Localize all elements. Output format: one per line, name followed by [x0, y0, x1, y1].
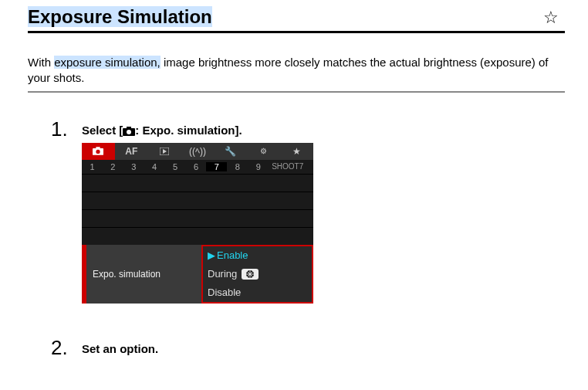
option-disable: Disable: [203, 283, 312, 302]
empty-row: [82, 209, 313, 227]
num-8: 8: [227, 162, 248, 171]
document-page: Exposure Simulation ☆ With exposure simu…: [0, 0, 588, 355]
tab-custom: ⚙: [247, 143, 280, 160]
svg-point-2: [127, 130, 131, 134]
menu-page-numbers: 1 2 3 4 5 6 7 8 9 SHOOT7: [82, 160, 313, 174]
favorite-star-icon: ☆: [543, 8, 559, 28]
tab-af: AF: [115, 143, 148, 160]
step-2: Set an option.: [82, 342, 565, 355]
intro-paragraph: With exposure simulation, image brightne…: [28, 55, 565, 86]
page-label: SHOOT7: [269, 162, 313, 171]
wrench-icon: 🔧: [225, 146, 236, 157]
step-1-title: Select [: Expo. simulation].: [82, 124, 565, 137]
page-header: Exposure Simulation ☆: [28, 6, 565, 33]
intro-divider: [28, 91, 565, 93]
tab-mymenu: ★: [280, 143, 313, 160]
intro-highlight: exposure simulation,: [54, 56, 161, 69]
camera-menu-screenshot: AF ((ﾍ)) 🔧 ⚙ ★ 1 2 3 4 5 6 7 8 9: [82, 143, 313, 304]
page-title: Exposure Simulation: [28, 6, 212, 28]
num-4: 4: [144, 162, 165, 171]
options-popup: ▶Enable During Disable: [201, 245, 313, 304]
tab-wireless: ((ﾍ)): [181, 143, 215, 160]
num-5: 5: [165, 162, 186, 171]
svg-rect-1: [127, 127, 131, 129]
step-1: Select [: Expo. simulation]. AF ((ﾍ)) 🔧 …: [82, 124, 565, 304]
svg-marker-7: [163, 149, 167, 154]
dof-preview-icon: [242, 269, 259, 280]
tab-af-label: AF: [125, 146, 137, 157]
menu-tabs: AF ((ﾍ)) 🔧 ⚙ ★: [82, 143, 313, 160]
option-enable: ▶Enable: [203, 246, 312, 265]
tab-setup: 🔧: [214, 143, 247, 160]
num-7: 7: [206, 162, 227, 171]
intro-pre: With: [28, 56, 54, 69]
tab-shoot: [82, 143, 115, 160]
empty-row: [82, 192, 313, 209]
num-1: 1: [82, 162, 103, 171]
steps-list: Select [: Expo. simulation]. AF ((ﾍ)) 🔧 …: [82, 124, 565, 355]
star-icon: ★: [292, 146, 301, 157]
custom-icon: ⚙: [260, 147, 267, 155]
svg-rect-4: [96, 147, 100, 149]
num-3: 3: [123, 162, 144, 171]
selection-triangle-icon: ▶: [208, 249, 215, 261]
step-2-title: Set an option.: [82, 342, 565, 355]
empty-row: [82, 174, 313, 192]
row-label: Expo. simulation: [86, 245, 201, 304]
num-2: 2: [103, 162, 123, 171]
step1-pre: Select [: [82, 124, 123, 137]
wifi-icon: ((ﾍ)): [189, 146, 206, 157]
option-during-label: During: [208, 268, 237, 280]
title-highlight: Exposure Simulation: [28, 6, 212, 27]
option-enable-label: Enable: [217, 249, 248, 261]
play-icon: [160, 148, 169, 155]
camera-icon: [123, 127, 135, 136]
svg-point-5: [96, 150, 100, 154]
option-during: During: [203, 265, 312, 283]
num-6: 6: [186, 162, 207, 171]
step1-post: : Expo. simulation].: [135, 124, 242, 137]
num-9: 9: [248, 162, 269, 171]
option-disable-label: Disable: [208, 287, 241, 298]
tab-playback: [148, 143, 181, 160]
empty-row: [82, 227, 313, 245]
camera-icon: [93, 147, 103, 155]
menu-rows: [82, 174, 313, 245]
expo-sim-row: Expo. simulation ▶Enable During Disable: [82, 245, 313, 304]
